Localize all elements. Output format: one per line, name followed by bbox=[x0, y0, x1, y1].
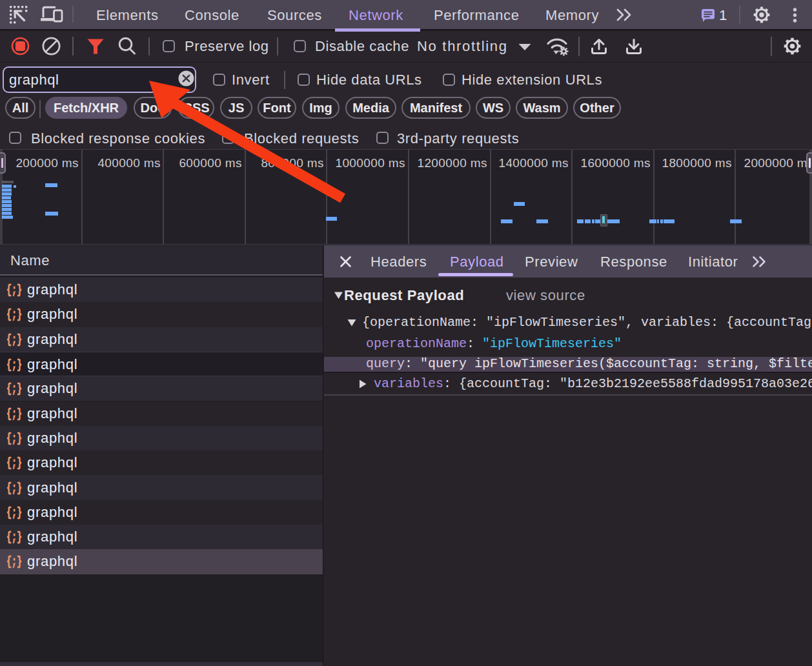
svg-text:{;}: {;} bbox=[6, 431, 22, 446]
svg-text:{;}: {;} bbox=[6, 358, 22, 372]
svg-text:{;}: {;} bbox=[6, 481, 22, 496]
svg-text:{;}: {;} bbox=[6, 505, 22, 520]
svg-text:{;}: {;} bbox=[6, 407, 22, 421]
svg-text:{;}: {;} bbox=[6, 332, 22, 347]
svg-text:{;}: {;} bbox=[6, 381, 22, 396]
svg-text:{;}: {;} bbox=[6, 530, 22, 545]
svg-text:{;}: {;} bbox=[6, 307, 22, 322]
svg-text:{;}: {;} bbox=[6, 456, 22, 470]
svg-text:{;}: {;} bbox=[6, 554, 22, 569]
svg-text:{;}: {;} bbox=[6, 283, 22, 298]
